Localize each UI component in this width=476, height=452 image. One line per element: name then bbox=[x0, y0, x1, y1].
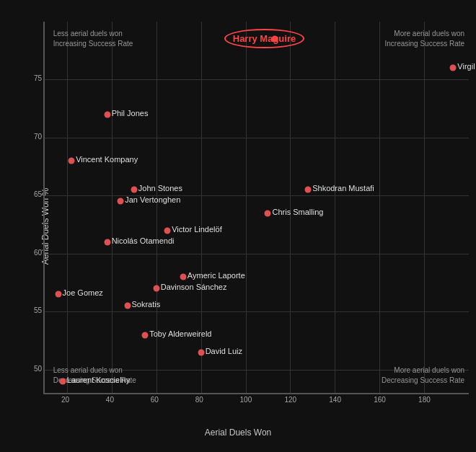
player-label: Chris Smalling bbox=[272, 208, 323, 216]
player-dot bbox=[265, 210, 271, 216]
player-dot bbox=[164, 227, 171, 234]
player-label: Laurent Koscielny bbox=[67, 376, 130, 384]
player-label: Vincent Kompany bbox=[76, 155, 138, 164]
gridline-v bbox=[246, 22, 247, 393]
x-axis-label: Aerial Duels Won bbox=[205, 427, 271, 438]
gridline-v bbox=[379, 22, 380, 393]
gridline-v bbox=[424, 22, 425, 393]
gridline-h bbox=[45, 311, 469, 312]
y-tick-label: 70 bbox=[34, 133, 45, 141]
player-label: Jan Vertonghen bbox=[125, 195, 180, 204]
player-dot bbox=[118, 198, 124, 205]
player-dot bbox=[450, 65, 457, 71]
gridline-h bbox=[45, 138, 469, 138]
player-dot bbox=[131, 187, 137, 193]
gridline-v bbox=[67, 22, 68, 393]
x-tick-label: 120 bbox=[284, 393, 296, 404]
y-tick-label: 50 bbox=[34, 365, 45, 373]
player-label: Victor Lindelöf bbox=[172, 225, 222, 234]
player-dot bbox=[305, 187, 312, 193]
player-label: David Luiz bbox=[206, 347, 242, 355]
player-label: Toby Alderweireld bbox=[149, 329, 211, 338]
gridline-h bbox=[45, 254, 469, 254]
player-dot bbox=[59, 378, 66, 384]
x-tick-label: 100 bbox=[240, 393, 252, 404]
player-dot bbox=[198, 349, 204, 355]
gridline-h bbox=[45, 79, 469, 80]
corner-text-3: More aerial duels won Decreasing Success… bbox=[382, 365, 464, 386]
player-dot bbox=[55, 291, 61, 298]
player-label: Nicolás Otamendi bbox=[112, 236, 175, 245]
y-tick-label: 75 bbox=[34, 74, 45, 82]
player-dot bbox=[180, 274, 186, 280]
gridline-v bbox=[335, 22, 335, 393]
chart-container: Aerial Duels Won % Aerial Duels Won 5055… bbox=[0, 0, 476, 452]
player-label: Aymeric Laporte bbox=[188, 271, 245, 280]
player-label: Shkodran Mustafi bbox=[312, 184, 374, 192]
gridline-v bbox=[112, 22, 113, 393]
player-dot bbox=[69, 158, 75, 164]
player-label: Joe Gomez bbox=[63, 288, 103, 297]
x-tick-label: 60 bbox=[151, 393, 159, 404]
player-label: Sokratis bbox=[132, 300, 161, 309]
corner-text-1: More aerial duels won Increasing Success… bbox=[385, 29, 465, 49]
x-tick-label: 160 bbox=[374, 393, 386, 404]
player-dot bbox=[104, 239, 110, 245]
player-label: John Stones bbox=[138, 184, 182, 192]
player-label: Phil Jones bbox=[112, 109, 149, 118]
player-dot bbox=[104, 111, 110, 118]
x-tick-label: 40 bbox=[106, 393, 114, 404]
x-tick-label: 140 bbox=[329, 393, 341, 404]
player-dot bbox=[142, 332, 149, 338]
player-dot bbox=[153, 285, 159, 292]
x-tick-label: 20 bbox=[61, 393, 69, 404]
x-tick-label: 80 bbox=[195, 393, 203, 404]
player-label: Davinson Sánchez bbox=[161, 283, 227, 291]
player-label: Virgil van Di... bbox=[457, 62, 476, 71]
player-label-harry-maguire: Harry Maguire bbox=[224, 29, 304, 48]
player-dot bbox=[124, 303, 131, 309]
gridline-h bbox=[45, 195, 469, 196]
chart-area: 50556065707520406080100120140160180Less … bbox=[43, 22, 469, 394]
y-tick-label: 65 bbox=[34, 190, 45, 198]
y-tick-label: 55 bbox=[34, 306, 45, 314]
y-tick-label: 60 bbox=[34, 249, 45, 257]
x-tick-label: 180 bbox=[418, 393, 431, 404]
corner-text-0: Less aerial duels won Increasing Success… bbox=[53, 29, 133, 49]
